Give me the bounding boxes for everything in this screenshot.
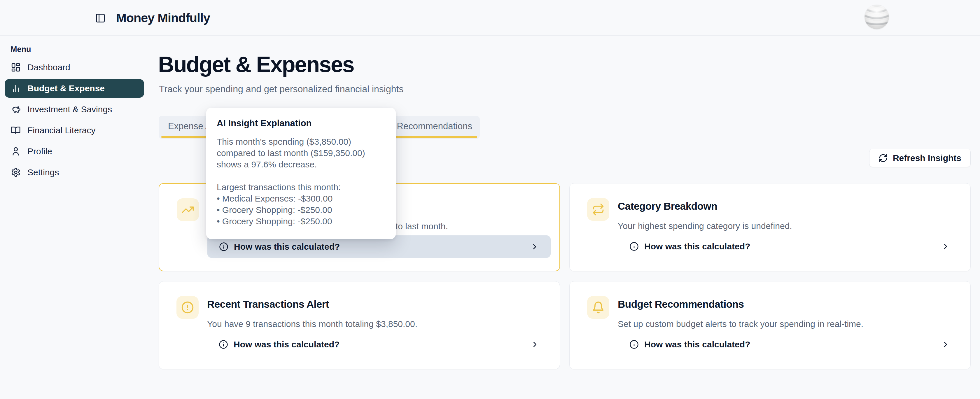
tooltip-transaction-item: • Grocery Shopping: -$250.00 (217, 216, 385, 227)
tooltip-transactions-heading: Largest transactions this month: (217, 181, 385, 193)
sidebar-item-label: Budget & Expense (27, 83, 105, 93)
chevron-right-icon (531, 340, 539, 349)
sidebar-item-profile[interactable]: Profile (5, 142, 144, 161)
chevron-right-icon (941, 340, 950, 349)
how-calculated-button[interactable]: How was this calculated? (207, 333, 551, 356)
app-title: Money Mindfully (116, 11, 210, 25)
how-calculated-button[interactable]: How was this calculated? (618, 235, 962, 258)
sidebar-item-label: Settings (27, 167, 59, 177)
info-icon (629, 242, 639, 251)
sidebar-toggle-button[interactable] (94, 12, 106, 24)
user-icon (11, 146, 21, 156)
card-title: Budget Recommendations (618, 298, 744, 310)
card-visible-text: to last month. (396, 221, 448, 232)
sidebar-item-label: Financial Literacy (27, 126, 95, 135)
how-calculated-label: How was this calculated? (644, 242, 750, 251)
sidebar-item-label: Profile (27, 146, 52, 156)
tooltip-paragraph: This month's spending ($3,850.00) compar… (217, 136, 385, 170)
sidebar-item-label: Investment & Savings (27, 105, 112, 114)
how-calculated-button[interactable]: How was this calculated? (618, 333, 962, 356)
repeat-icon (587, 198, 609, 221)
sidebar-item-settings[interactable]: Settings (5, 163, 144, 182)
info-icon (219, 340, 228, 349)
how-calculated-label: How was this calculated? (234, 340, 339, 350)
book-open-icon (11, 126, 21, 135)
how-calculated-label: How was this calculated? (234, 242, 340, 252)
chevron-right-icon (941, 242, 950, 251)
sidebar-item-label: Dashboard (27, 62, 70, 72)
bar-chart-icon (11, 83, 21, 93)
refresh-insights-label: Refresh Insights (893, 153, 961, 163)
alert-circle-icon (177, 296, 199, 319)
refresh-icon (878, 153, 888, 163)
tooltip-transaction-item: • Medical Expenses: -$300.00 (217, 193, 385, 204)
dashboard-icon (11, 62, 21, 72)
app-header: Money Mindfully (0, 0, 980, 36)
chevron-right-icon (530, 242, 539, 251)
card-description: You have 9 transactions this month total… (207, 318, 542, 330)
card-budget-recommendations: Budget Recommendations Set up custom bud… (570, 281, 970, 369)
sidebar-item-dashboard[interactable]: Dashboard (5, 58, 144, 77)
card-title: Recent Transactions Alert (207, 298, 329, 310)
card-description: Your highest spending category is undefi… (618, 220, 953, 232)
sidebar-item-financial-literacy[interactable]: Financial Literacy (5, 121, 144, 140)
card-title: Category Breakdown (618, 200, 717, 212)
gear-icon (11, 167, 21, 177)
card-description: Set up custom budget alerts to track you… (618, 318, 953, 330)
how-calculated-label: How was this calculated? (644, 340, 750, 350)
sidebar: Menu Dashboard Budget & Expense Investme… (0, 36, 149, 399)
sidebar-item-investment-savings[interactable]: Investment & Savings (5, 100, 144, 119)
trending-up-icon (177, 198, 199, 221)
sidebar-item-budget-expense[interactable]: Budget & Expense (5, 79, 144, 98)
ai-insight-tooltip: AI Insight Explanation This month's spen… (206, 108, 396, 239)
avatar[interactable] (864, 5, 889, 29)
page-title: Budget & Expenses (158, 52, 354, 76)
card-category-breakdown: Category Breakdown Your highest spending… (570, 183, 970, 271)
info-icon (219, 242, 228, 251)
card-recent-transactions: Recent Transactions Alert You have 9 tra… (159, 281, 560, 369)
refresh-insights-button[interactable]: Refresh Insights (869, 149, 970, 167)
panel-left-icon (95, 13, 106, 23)
bell-icon (587, 296, 609, 319)
page-subtitle: Track your spending and get personalized… (159, 84, 403, 94)
info-icon (629, 340, 639, 349)
tooltip-transaction-item: • Grocery Shopping: -$250.00 (217, 204, 385, 216)
tooltip-title: AI Insight Explanation (217, 118, 385, 129)
piggy-bank-icon (11, 105, 21, 114)
sidebar-section-label: Menu (11, 45, 149, 54)
